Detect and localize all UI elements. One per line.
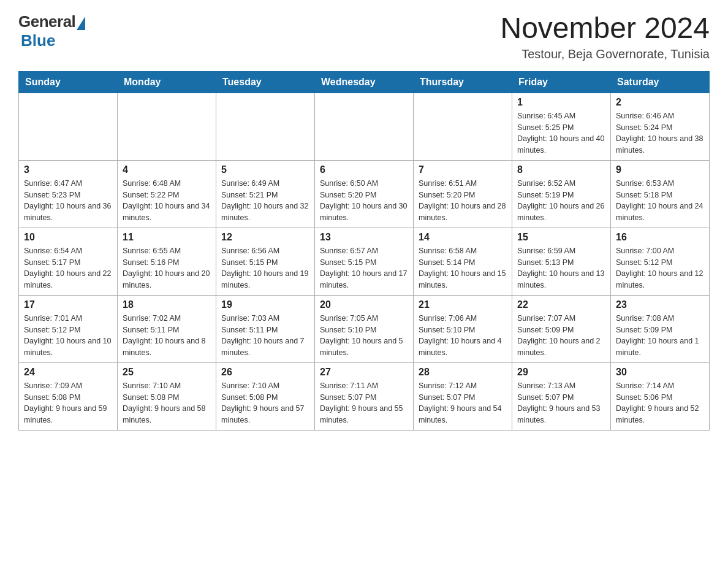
day-info: Sunrise: 7:13 AMSunset: 5:07 PMDaylight:… <box>517 380 605 426</box>
day-number: 15 <box>517 232 605 243</box>
day-info: Sunrise: 7:14 AMSunset: 5:06 PMDaylight:… <box>616 380 704 426</box>
day-number: 6 <box>320 164 408 175</box>
day-number: 16 <box>616 232 704 243</box>
day-info: Sunrise: 7:03 AMSunset: 5:11 PMDaylight:… <box>221 313 309 359</box>
day-info: Sunrise: 7:10 AMSunset: 5:08 PMDaylight:… <box>221 380 309 426</box>
calendar-header-saturday: Saturday <box>611 71 710 93</box>
calendar-cell: 21Sunrise: 7:06 AMSunset: 5:10 PMDayligh… <box>414 295 512 362</box>
calendar-cell: 17Sunrise: 7:01 AMSunset: 5:12 PMDayligh… <box>19 295 118 362</box>
day-info: Sunrise: 6:45 AMSunset: 5:25 PMDaylight:… <box>517 110 605 156</box>
calendar-cell: 29Sunrise: 7:13 AMSunset: 5:07 PMDayligh… <box>512 362 611 430</box>
calendar-cell: 15Sunrise: 6:59 AMSunset: 5:13 PMDayligh… <box>512 228 611 295</box>
calendar-header-thursday: Thursday <box>414 71 512 93</box>
day-info: Sunrise: 7:02 AMSunset: 5:11 PMDaylight:… <box>123 313 211 359</box>
day-number: 11 <box>123 232 211 243</box>
day-number: 7 <box>419 164 507 175</box>
day-number: 12 <box>221 232 309 243</box>
calendar-cell: 18Sunrise: 7:02 AMSunset: 5:11 PMDayligh… <box>118 295 216 362</box>
calendar-week-2: 3Sunrise: 6:47 AMSunset: 5:23 PMDaylight… <box>19 160 710 228</box>
calendar-cell: 28Sunrise: 7:12 AMSunset: 5:07 PMDayligh… <box>414 362 512 430</box>
calendar-header-wednesday: Wednesday <box>315 71 414 93</box>
calendar-cell: 16Sunrise: 7:00 AMSunset: 5:12 PMDayligh… <box>611 228 710 295</box>
calendar-cell: 12Sunrise: 6:56 AMSunset: 5:15 PMDayligh… <box>216 228 315 295</box>
day-number: 13 <box>320 232 408 243</box>
day-number: 14 <box>419 232 507 243</box>
day-info: Sunrise: 6:56 AMSunset: 5:15 PMDaylight:… <box>221 245 309 291</box>
day-info: Sunrise: 6:48 AMSunset: 5:22 PMDaylight:… <box>123 178 211 224</box>
day-number: 30 <box>616 367 704 378</box>
day-number: 8 <box>517 164 605 175</box>
day-info: Sunrise: 6:51 AMSunset: 5:20 PMDaylight:… <box>419 178 507 224</box>
logo-triangle-icon <box>77 17 85 30</box>
calendar-cell: 4Sunrise: 6:48 AMSunset: 5:22 PMDaylight… <box>118 160 216 228</box>
day-number: 25 <box>123 367 211 378</box>
day-info: Sunrise: 7:09 AMSunset: 5:08 PMDaylight:… <box>24 380 112 426</box>
calendar-header-monday: Monday <box>118 71 216 93</box>
day-number: 2 <box>616 97 704 108</box>
calendar-cell: 27Sunrise: 7:11 AMSunset: 5:07 PMDayligh… <box>315 362 414 430</box>
location-subtitle: Testour, Beja Governorate, Tunisia <box>500 47 710 61</box>
calendar-cell: 23Sunrise: 7:08 AMSunset: 5:09 PMDayligh… <box>611 295 710 362</box>
day-number: 9 <box>616 164 704 175</box>
day-number: 20 <box>320 299 408 310</box>
day-number: 4 <box>123 164 211 175</box>
calendar-header-tuesday: Tuesday <box>216 71 315 93</box>
day-number: 27 <box>320 367 408 378</box>
calendar-cell <box>19 93 118 160</box>
calendar-cell: 25Sunrise: 7:10 AMSunset: 5:08 PMDayligh… <box>118 362 216 430</box>
calendar-cell: 13Sunrise: 6:57 AMSunset: 5:15 PMDayligh… <box>315 228 414 295</box>
calendar-cell: 2Sunrise: 6:46 AMSunset: 5:24 PMDaylight… <box>611 93 710 160</box>
calendar-cell: 30Sunrise: 7:14 AMSunset: 5:06 PMDayligh… <box>611 362 710 430</box>
calendar-week-4: 17Sunrise: 7:01 AMSunset: 5:12 PMDayligh… <box>19 295 710 362</box>
day-info: Sunrise: 6:50 AMSunset: 5:20 PMDaylight:… <box>320 178 408 224</box>
calendar-cell: 22Sunrise: 7:07 AMSunset: 5:09 PMDayligh… <box>512 295 611 362</box>
calendar-week-1: 1Sunrise: 6:45 AMSunset: 5:25 PMDaylight… <box>19 93 710 160</box>
calendar-header-row: SundayMondayTuesdayWednesdayThursdayFrid… <box>19 71 710 93</box>
day-info: Sunrise: 6:47 AMSunset: 5:23 PMDaylight:… <box>24 178 112 224</box>
day-number: 19 <box>221 299 309 310</box>
day-number: 5 <box>221 164 309 175</box>
title-area: November 2024 Testour, Beja Governorate,… <box>500 12 710 61</box>
day-number: 3 <box>24 164 112 175</box>
day-info: Sunrise: 6:46 AMSunset: 5:24 PMDaylight:… <box>616 110 704 156</box>
calendar-cell: 11Sunrise: 6:55 AMSunset: 5:16 PMDayligh… <box>118 228 216 295</box>
calendar-cell: 26Sunrise: 7:10 AMSunset: 5:08 PMDayligh… <box>216 362 315 430</box>
calendar-cell: 3Sunrise: 6:47 AMSunset: 5:23 PMDaylight… <box>19 160 118 228</box>
calendar-cell: 9Sunrise: 6:53 AMSunset: 5:18 PMDaylight… <box>611 160 710 228</box>
calendar-cell <box>216 93 315 160</box>
logo-general-text: General <box>18 12 75 31</box>
day-info: Sunrise: 7:00 AMSunset: 5:12 PMDaylight:… <box>616 245 704 291</box>
day-info: Sunrise: 6:53 AMSunset: 5:18 PMDaylight:… <box>616 178 704 224</box>
day-info: Sunrise: 6:52 AMSunset: 5:19 PMDaylight:… <box>517 178 605 224</box>
calendar-cell <box>315 93 414 160</box>
calendar-cell: 8Sunrise: 6:52 AMSunset: 5:19 PMDaylight… <box>512 160 611 228</box>
calendar-cell: 5Sunrise: 6:49 AMSunset: 5:21 PMDaylight… <box>216 160 315 228</box>
page-header: General Blue November 2024 Testour, Beja… <box>18 12 710 61</box>
day-number: 10 <box>24 232 112 243</box>
day-info: Sunrise: 6:58 AMSunset: 5:14 PMDaylight:… <box>419 245 507 291</box>
calendar-cell: 14Sunrise: 6:58 AMSunset: 5:14 PMDayligh… <box>414 228 512 295</box>
day-number: 26 <box>221 367 309 378</box>
calendar-cell: 6Sunrise: 6:50 AMSunset: 5:20 PMDaylight… <box>315 160 414 228</box>
calendar-cell: 24Sunrise: 7:09 AMSunset: 5:08 PMDayligh… <box>19 362 118 430</box>
day-info: Sunrise: 7:07 AMSunset: 5:09 PMDaylight:… <box>517 313 605 359</box>
calendar-week-3: 10Sunrise: 6:54 AMSunset: 5:17 PMDayligh… <box>19 228 710 295</box>
day-info: Sunrise: 7:06 AMSunset: 5:10 PMDaylight:… <box>419 313 507 359</box>
day-info: Sunrise: 6:54 AMSunset: 5:17 PMDaylight:… <box>24 245 112 291</box>
day-info: Sunrise: 6:59 AMSunset: 5:13 PMDaylight:… <box>517 245 605 291</box>
day-number: 18 <box>123 299 211 310</box>
calendar-cell: 1Sunrise: 6:45 AMSunset: 5:25 PMDaylight… <box>512 93 611 160</box>
day-number: 23 <box>616 299 704 310</box>
day-info: Sunrise: 6:57 AMSunset: 5:15 PMDaylight:… <box>320 245 408 291</box>
calendar-cell: 20Sunrise: 7:05 AMSunset: 5:10 PMDayligh… <box>315 295 414 362</box>
calendar-table: SundayMondayTuesdayWednesdayThursdayFrid… <box>18 71 710 431</box>
calendar-cell <box>414 93 512 160</box>
month-year-title: November 2024 <box>500 12 710 45</box>
day-number: 24 <box>24 367 112 378</box>
day-info: Sunrise: 7:10 AMSunset: 5:08 PMDaylight:… <box>123 380 211 426</box>
logo-blue-text: Blue <box>21 31 55 50</box>
day-info: Sunrise: 7:12 AMSunset: 5:07 PMDaylight:… <box>419 380 507 426</box>
day-info: Sunrise: 6:55 AMSunset: 5:16 PMDaylight:… <box>123 245 211 291</box>
calendar-week-5: 24Sunrise: 7:09 AMSunset: 5:08 PMDayligh… <box>19 362 710 430</box>
day-info: Sunrise: 7:01 AMSunset: 5:12 PMDaylight:… <box>24 313 112 359</box>
